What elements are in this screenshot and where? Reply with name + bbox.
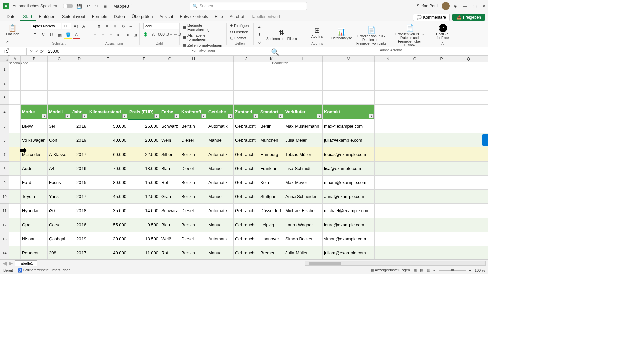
sort-filter-button[interactable]: ⇅Sortieren und Filtern <box>264 27 299 41</box>
tab-datei[interactable]: Datei <box>3 13 20 21</box>
cell[interactable]: Gebraucht <box>234 147 259 161</box>
table-header[interactable]: Kilometerstand▾ <box>88 105 128 119</box>
cell[interactable] <box>455 176 482 189</box>
cell[interactable] <box>259 90 284 104</box>
row-header[interactable]: 4 <box>0 105 9 119</box>
cell[interactable]: 2018 <box>71 119 88 133</box>
cell[interactable] <box>401 62 428 76</box>
row-header[interactable]: 7 <box>0 147 9 162</box>
filter-icon[interactable]: ▾ <box>253 114 258 118</box>
user-name[interactable]: Stefan Petri <box>417 4 438 8</box>
cell[interactable]: Automatik <box>207 232 234 246</box>
cell[interactable]: 12.500 <box>128 190 160 203</box>
cell[interactable]: Gebraucht <box>234 133 259 147</box>
cell[interactable]: Tobias Müller <box>284 147 323 161</box>
cell[interactable] <box>48 62 71 76</box>
indent-dec-icon[interactable]: ⇤ <box>115 31 123 39</box>
cell[interactable] <box>160 62 180 76</box>
side-panel-button[interactable] <box>482 134 488 146</box>
table-header[interactable]: Getriebe▾ <box>207 105 234 119</box>
cell[interactable]: Schwarz <box>160 119 180 133</box>
align-bottom-icon[interactable]: ⬇ <box>111 23 119 30</box>
cell[interactable] <box>428 76 455 90</box>
cell[interactable]: Manuell <box>207 218 234 232</box>
cell[interactable]: Hannover <box>259 232 284 246</box>
cell[interactable]: Gebraucht <box>234 162 259 175</box>
table-header[interactable]: Standort▾ <box>259 105 284 119</box>
table-header[interactable]: Modell▾ <box>48 105 71 119</box>
wrap-text-icon[interactable]: ↩ <box>127 23 135 30</box>
tab-überprüfen[interactable]: Überprüfen <box>128 13 156 21</box>
cell[interactable] <box>401 162 428 175</box>
filter-icon[interactable]: ▾ <box>278 114 283 118</box>
align-middle-icon[interactable]: ≡ <box>103 23 111 30</box>
cell[interactable] <box>428 176 455 189</box>
cell[interactable] <box>21 90 48 104</box>
cell[interactable]: Opel <box>21 218 48 232</box>
cell[interactable]: 15.000 <box>128 176 160 189</box>
cell[interactable]: 9.500 <box>128 218 160 232</box>
filter-icon[interactable]: ▾ <box>317 114 322 118</box>
cell[interactable] <box>180 90 207 104</box>
row-header[interactable]: 5 <box>0 119 9 133</box>
row-header[interactable]: 3 <box>0 90 9 105</box>
cell[interactable] <box>428 162 455 175</box>
table-header[interactable]: Farbe▾ <box>160 105 180 119</box>
tab-formeln[interactable]: Formeln <box>89 13 111 21</box>
cell[interactable]: Blau <box>160 162 180 175</box>
fx-icon[interactable]: fx <box>40 49 43 54</box>
cell[interactable] <box>323 76 375 90</box>
cell[interactable]: Benzin <box>180 176 207 189</box>
cell[interactable] <box>9 162 21 175</box>
cell[interactable]: 35.000 <box>88 204 128 218</box>
cell[interactable]: lisa@example.com <box>323 162 375 175</box>
cell[interactable]: Diesel <box>180 133 207 147</box>
cell[interactable]: i30 <box>48 204 71 218</box>
col-header[interactable]: D <box>71 56 88 62</box>
cell[interactable] <box>128 76 160 90</box>
cell[interactable] <box>323 62 375 76</box>
select-all-button[interactable] <box>0 56 9 62</box>
tab-start[interactable]: Start <box>20 13 35 21</box>
cell[interactable] <box>375 246 401 259</box>
format-cells-button[interactable]: ▢ Format <box>229 35 248 41</box>
cell[interactable]: Schwarz <box>160 204 180 218</box>
delete-cells-button[interactable]: ⊖ Löschen <box>229 29 250 35</box>
cell[interactable]: Anna Schneider <box>284 190 323 203</box>
cell[interactable]: 2017 <box>71 246 88 259</box>
cell[interactable]: Automatik <box>207 119 234 133</box>
cell[interactable]: 60.000 <box>88 147 128 161</box>
cell[interactable] <box>455 90 482 104</box>
tab-daten[interactable]: Daten <box>111 13 128 21</box>
cell[interactable]: Corsa <box>48 218 71 232</box>
file-name[interactable]: Mappe3 ˅ <box>113 4 133 9</box>
cell[interactable] <box>401 246 428 259</box>
status-accessibility[interactable]: ♿ Barrierefreiheit: Untersuchen <box>18 268 71 273</box>
cell[interactable]: michael@example.com <box>323 204 375 218</box>
cell[interactable] <box>9 190 21 203</box>
filter-icon[interactable]: ▾ <box>201 114 206 118</box>
fill-color-icon[interactable]: 🪣 <box>64 31 72 39</box>
cell[interactable] <box>207 62 234 76</box>
camera-icon[interactable]: ▣ <box>103 3 108 9</box>
cell[interactable] <box>160 76 180 90</box>
row-header[interactable]: 12 <box>0 218 9 232</box>
font-color-icon[interactable]: A <box>73 31 80 39</box>
cell[interactable] <box>9 90 21 104</box>
autosum-icon[interactable]: Σ <box>256 23 263 30</box>
cell[interactable]: maxm@example.com <box>323 176 375 189</box>
cell[interactable]: Simon Becker <box>284 232 323 246</box>
inc-decimal-icon[interactable]: .0→ <box>166 31 173 38</box>
cell[interactable]: 40.000 <box>88 133 128 147</box>
cell[interactable]: BMW <box>21 119 48 133</box>
cell[interactable] <box>9 246 21 259</box>
col-header[interactable]: L <box>284 56 323 62</box>
cell[interactable] <box>401 105 428 119</box>
cell[interactable] <box>401 147 428 161</box>
cell[interactable]: Weiß <box>160 133 180 147</box>
cell[interactable] <box>284 76 323 90</box>
font-size[interactable] <box>62 23 71 29</box>
horizontal-scrollbar[interactable] <box>305 261 486 266</box>
sheet-prev-icon[interactable]: ◀ <box>3 260 7 266</box>
cell[interactable]: 2018 <box>71 204 88 218</box>
